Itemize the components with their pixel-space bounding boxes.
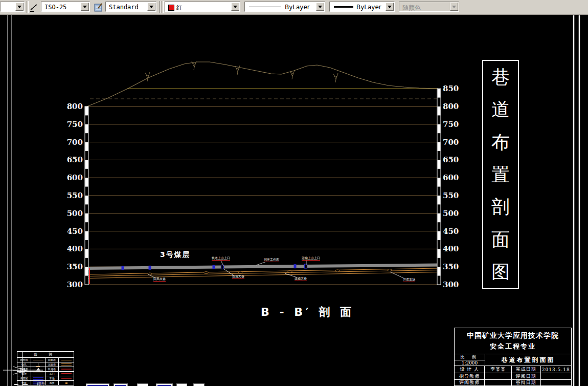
plotstyle-combo: 随颜色 [399, 2, 459, 12]
title-block-header: 中国矿业大学应用技术学院 安全工程专业 [455, 328, 571, 354]
elevation-label: 600 [443, 173, 460, 182]
elevation-label: 700 [443, 138, 460, 147]
elevation-label: 600 [65, 173, 83, 182]
chevron-down-icon [17, 6, 21, 8]
elevation-label: 550 [443, 191, 460, 200]
title-block-rows: 设 计 人李某某完成日期2013.5.18指导教师评阅日期评阅教师答辩日期 [455, 366, 571, 386]
title-block-scale-row: 比 例 1:2000 巷道布置剖面图 [455, 354, 571, 366]
color-value: 红 [176, 4, 183, 12]
text-style-icon[interactable] [93, 2, 104, 13]
text-style-arrow[interactable] [147, 3, 155, 11]
legend-symbol [31, 372, 45, 376]
elevation-label: 800 [65, 102, 83, 111]
legend-symbol [58, 372, 74, 376]
dim-style-arrow[interactable] [81, 3, 89, 11]
legend-symbol [58, 367, 74, 371]
title-block-cell: 答辩日期 [511, 380, 540, 385]
legend-label: 煤层 [17, 372, 31, 376]
linetype-value: ByLayer [285, 4, 310, 11]
layout-tab-strip: 模型 [0, 382, 220, 386]
top-toolbar: ISO-25 Standard 红 ByLayer ByLayer 随颜色 [0, 0, 588, 15]
title-block-cell: 完成日期 [511, 366, 540, 373]
elevation-label: 300 [65, 280, 83, 289]
layout-tab[interactable] [156, 383, 173, 386]
color-arrow[interactable] [231, 3, 239, 11]
side-title-char: 置 [491, 165, 510, 184]
legend-label: 地形线 [17, 358, 31, 362]
layout-tab[interactable] [193, 383, 205, 386]
elevation-label: 450 [65, 227, 83, 236]
legend-symbol [31, 376, 45, 380]
legend-row: 工作面轨道巷 [17, 367, 74, 371]
lineweight-arrow[interactable] [386, 3, 394, 11]
title-block-cell: 设 计 人 [455, 366, 484, 373]
roadway-annotation: 回采工作面 [264, 258, 279, 262]
elevation-label: 650 [443, 155, 460, 164]
lineweight-sample [334, 6, 353, 8]
side-title-char: 布 [491, 133, 510, 152]
line-darkred-symbol [61, 369, 72, 370]
statusbar-mark [14, 384, 18, 385]
title-block-cell [484, 373, 511, 379]
legend-rows: 地形线回风巷钻孔运输巷工作面轨道巷煤层石门采空区车场井筒风井 [17, 357, 74, 385]
scale-cell: 比 例 1:2000 [455, 354, 485, 366]
elevation-label: 700 [65, 138, 83, 147]
elevation-label: 750 [65, 120, 83, 129]
color-combo[interactable]: 红 [165, 2, 240, 12]
dline-orange-symbol [61, 363, 72, 366]
title-block-cell [484, 380, 511, 385]
layout-tab[interactable] [176, 383, 187, 386]
roadway-annotation: 运输上山上口 [302, 256, 320, 261]
legend-row: 采空区车场 [17, 376, 74, 380]
toolbar-separator [162, 1, 164, 13]
toolbar-separator [159, 1, 161, 13]
chevron-down-icon [233, 6, 237, 8]
line-red-symbol [61, 373, 72, 374]
section-title: B - B′ 剖 面 [261, 305, 354, 320]
dimension-style-icon[interactable] [29, 2, 40, 13]
legend-label: 钻孔 [17, 362, 31, 367]
roadway-annotation: 井底车场 [403, 278, 415, 282]
layout-tab[interactable] [137, 383, 148, 386]
elevation-label: 850 [443, 84, 460, 93]
legend-label: 采空区 [17, 376, 31, 380]
side-title-char: 巷 [491, 68, 510, 87]
dim-style-combo[interactable]: ISO-25 [41, 2, 90, 12]
line-brown-symbol [33, 360, 43, 360]
linetype-arrow[interactable] [316, 3, 324, 11]
title-block-row: 指导教师评阅日期 [455, 373, 571, 379]
scale-value: 1:2000 [455, 360, 485, 366]
plotstyle-value: 随颜色 [402, 4, 421, 12]
chevron-down-icon [149, 6, 153, 8]
roadway-annotation: 运输大巷 [295, 277, 307, 281]
dline-orange-symbol [33, 373, 43, 375]
lineweight-combo[interactable]: ByLayer [329, 2, 395, 12]
linetype-combo[interactable]: ByLayer [244, 2, 325, 12]
side-title-char: 剖 [491, 198, 510, 216]
plotstyle-arrow [450, 3, 458, 11]
layout-tab[interactable] [86, 383, 109, 386]
elevation-label: 500 [65, 209, 83, 218]
legend-label: 石门 [45, 372, 58, 376]
legend-symbol [31, 367, 45, 371]
legend-symbol [58, 358, 74, 362]
title-block: 中国矿业大学应用技术学院 安全工程专业 比 例 1:2000 巷道布置剖面图 设… [454, 328, 572, 386]
chevron-down-icon [83, 6, 87, 8]
elevation-label: 400 [65, 244, 83, 253]
legend-label: 轨道巷 [45, 367, 58, 371]
title-block-cell: 2013.5.18 [540, 366, 571, 373]
model-tab[interactable]: 模型 [37, 382, 46, 386]
elevation-label: 300 [443, 280, 460, 289]
text-style-combo[interactable]: Standard [105, 2, 156, 12]
blue-bars-symbol [33, 377, 43, 380]
layer-combo-arrow[interactable] [15, 3, 24, 11]
layer-combo-partial[interactable] [0, 2, 25, 12]
layout-tab[interactable] [114, 383, 128, 386]
text-style-value: Standard [109, 4, 139, 11]
elevation-label: 450 [443, 227, 460, 236]
linetype-sample [249, 7, 281, 7]
drawing-name-box: 巷 道 布 置 剖 面 图 [482, 60, 519, 289]
title-block-cell [540, 373, 571, 379]
title-block-cell: 评阅教师 [455, 380, 484, 385]
legend-label: 工作面 [17, 367, 31, 371]
